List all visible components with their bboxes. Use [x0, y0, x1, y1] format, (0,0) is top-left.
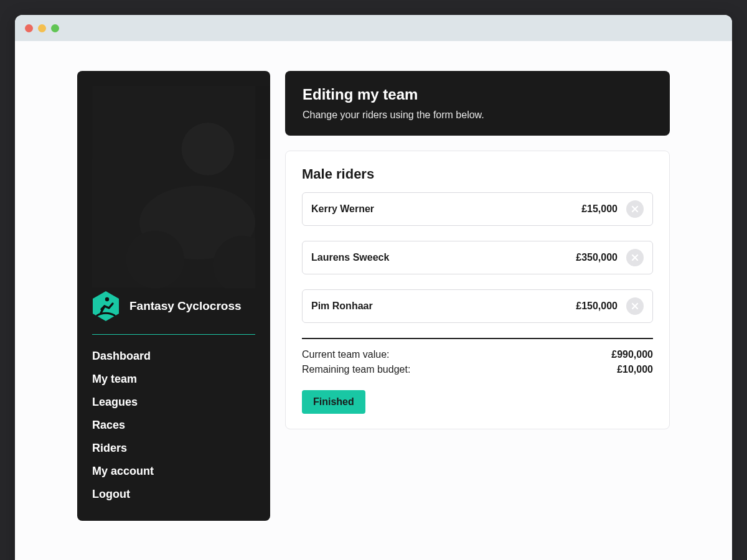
svg-point-1	[182, 123, 235, 175]
sidebar-item-my-team[interactable]: My team	[92, 368, 255, 391]
rider-row: Laurens Sweeck £350,000	[302, 241, 653, 274]
svg-point-6	[105, 297, 109, 301]
window-close-icon[interactable]	[25, 24, 33, 32]
svg-point-2	[139, 186, 255, 259]
page-title: Editing my team	[303, 86, 652, 103]
page-subtitle: Change your riders using the form below.	[303, 110, 652, 121]
team-editor-card: Male riders Kerry Werner £15,000 Laurens…	[285, 151, 670, 429]
brand-name: Fantasy Cyclocross	[129, 299, 242, 313]
page-header: Editing my team Change your riders using…	[285, 71, 670, 136]
sidebar-item-leagues[interactable]: Leagues	[92, 391, 255, 414]
nav-list: Dashboard My team Leagues Races Riders M…	[92, 345, 255, 506]
close-icon	[631, 254, 639, 261]
nav-divider	[92, 334, 255, 335]
window-minimize-icon[interactable]	[38, 24, 46, 32]
window-titlebar	[15, 15, 732, 41]
remove-rider-button[interactable]	[626, 249, 644, 266]
close-icon	[631, 302, 639, 310]
rider-name: Laurens Sweeck	[311, 252, 567, 263]
sidebar-item-my-account[interactable]: My account	[92, 460, 255, 483]
svg-rect-0	[92, 86, 255, 288]
totals-divider	[302, 338, 653, 339]
sidebar: Fantasy Cyclocross Dashboard My team Lea…	[77, 71, 270, 521]
svg-point-4	[213, 236, 255, 288]
rider-price: £150,000	[576, 301, 618, 312]
current-team-value: £990,000	[611, 349, 653, 360]
rider-name: Pim Ronhaar	[311, 301, 567, 312]
totals: Current team value: £990,000 Remaining t…	[302, 349, 653, 375]
sidebar-item-dashboard[interactable]: Dashboard	[92, 345, 255, 368]
app-window: Fantasy Cyclocross Dashboard My team Lea…	[15, 15, 732, 560]
current-team-value-label: Current team value:	[302, 349, 390, 360]
rider-row: Kerry Werner £15,000	[302, 192, 653, 226]
rider-price: £350,000	[576, 252, 618, 263]
logo-icon	[92, 291, 120, 322]
main: Editing my team Change your riders using…	[285, 71, 670, 429]
brand: Fantasy Cyclocross	[92, 291, 255, 322]
sidebar-item-riders[interactable]: Riders	[92, 437, 255, 460]
page-content: Fantasy Cyclocross Dashboard My team Lea…	[15, 41, 732, 560]
remaining-budget-value: £10,000	[617, 364, 653, 375]
current-team-value-row: Current team value: £990,000	[302, 349, 653, 360]
rider-row: Pim Ronhaar £150,000	[302, 289, 653, 323]
close-icon	[631, 205, 639, 213]
sidebar-item-logout[interactable]: Logout	[92, 483, 255, 506]
rider-price: £15,000	[581, 203, 618, 215]
sidebar-background-image	[92, 86, 255, 288]
remaining-budget-row: Remaining team budget: £10,000	[302, 364, 653, 375]
remove-rider-button[interactable]	[626, 297, 644, 315]
sidebar-item-races[interactable]: Races	[92, 414, 255, 437]
window-zoom-icon[interactable]	[51, 24, 59, 32]
section-title: Male riders	[302, 166, 653, 182]
finished-button[interactable]: Finished	[302, 390, 365, 414]
remaining-budget-label: Remaining team budget:	[302, 364, 410, 375]
svg-point-3	[126, 230, 184, 287]
remove-rider-button[interactable]	[626, 200, 644, 218]
rider-name: Kerry Werner	[311, 203, 573, 215]
